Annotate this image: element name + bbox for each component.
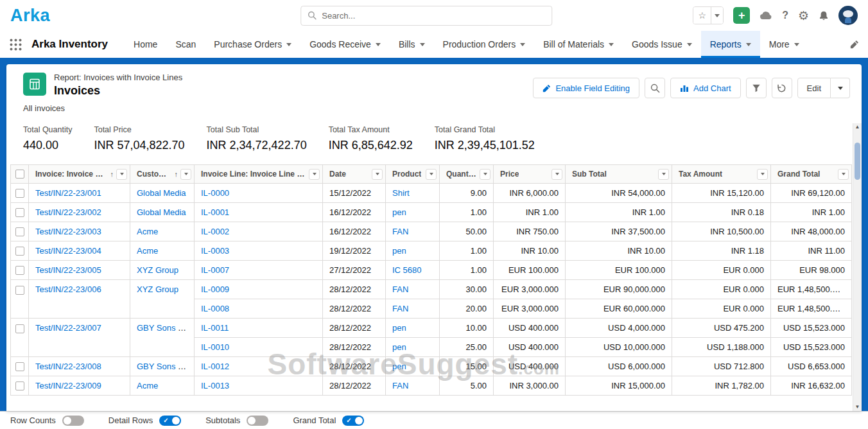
- global-search-box[interactable]: [300, 6, 552, 26]
- line-link[interactable]: IL-0008: [201, 304, 229, 313]
- app-launcher-icon[interactable]: [9, 31, 22, 58]
- invoice-link[interactable]: Test/IN/22-23/003: [35, 227, 101, 236]
- customer-link[interactable]: Acme: [137, 227, 158, 236]
- tab-bill-of-materials[interactable]: Bill of Materials: [534, 31, 623, 58]
- cell-line: IL-0001: [195, 203, 323, 222]
- edit-navigation-pencil-icon[interactable]: [850, 31, 859, 58]
- column-menu-button[interactable]: [838, 169, 849, 180]
- edit-button[interactable]: Edit: [797, 78, 831, 98]
- column-menu-button[interactable]: [180, 169, 191, 180]
- column-menu-button[interactable]: [309, 169, 320, 180]
- column-menu-button[interactable]: [658, 169, 669, 180]
- toggle-switch-subtotals[interactable]: ✓: [247, 416, 268, 426]
- column-menu-button[interactable]: [480, 169, 490, 180]
- product-link[interactable]: FAN: [392, 285, 408, 294]
- scroll-down-arrow-icon[interactable]: ▼: [853, 404, 862, 410]
- row-checkbox[interactable]: [15, 227, 24, 236]
- row-checkbox[interactable]: [15, 247, 24, 256]
- column-menu-button[interactable]: [551, 169, 562, 180]
- line-link[interactable]: IL-0012: [201, 362, 229, 371]
- line-link[interactable]: IL-0003: [201, 246, 229, 256]
- toggle-switch-grand-total[interactable]: ✓: [342, 416, 364, 426]
- product-link[interactable]: pen: [392, 362, 406, 371]
- invoice-link[interactable]: Test/IN/22-23/002: [35, 207, 101, 217]
- toggle-switch-row-counts[interactable]: ✓: [62, 416, 84, 426]
- row-checkbox[interactable]: [15, 381, 24, 390]
- add-chart-button[interactable]: Add Chart: [670, 78, 741, 98]
- product-link[interactable]: pen: [392, 246, 406, 256]
- line-link[interactable]: IL-0011: [201, 323, 229, 333]
- cell-invoice: Test/IN/22-23/002: [29, 203, 130, 222]
- tab-goods-issue[interactable]: Goods Issue: [623, 31, 701, 58]
- vertical-scrollbar[interactable]: ▲ ▼: [853, 123, 862, 411]
- tab-reports[interactable]: Reports: [701, 31, 760, 58]
- favorites-star-icon[interactable]: ☆: [693, 7, 711, 24]
- column-menu-button[interactable]: [372, 169, 383, 180]
- product-link[interactable]: FAN: [392, 381, 408, 390]
- product-link[interactable]: pen: [392, 207, 406, 217]
- avatar[interactable]: [838, 6, 858, 25]
- toggle-switch-detail-rows[interactable]: ✓: [159, 416, 181, 426]
- product-link[interactable]: pen: [392, 323, 406, 333]
- setup-gear-icon[interactable]: ⚙: [798, 8, 809, 23]
- filter-button[interactable]: [746, 78, 767, 98]
- customer-link[interactable]: XYZ Group: [137, 265, 178, 275]
- customer-link[interactable]: Acme: [137, 246, 158, 256]
- line-link[interactable]: IL-0009: [201, 285, 229, 294]
- customer-link[interactable]: Global Media: [137, 207, 186, 217]
- customer-link[interactable]: Acme: [137, 381, 158, 390]
- invoice-link[interactable]: Test/IN/22-23/001: [35, 188, 101, 198]
- customer-link[interactable]: XYZ Group: [137, 285, 178, 294]
- row-checkbox[interactable]: [15, 286, 24, 295]
- notifications-bell-icon[interactable]: [819, 10, 829, 21]
- invoice-link[interactable]: Test/IN/22-23/006: [35, 285, 101, 294]
- help-icon[interactable]: ?: [782, 10, 788, 21]
- product-link[interactable]: Shirt: [392, 188, 410, 198]
- cloud-icon[interactable]: [759, 11, 772, 20]
- line-link[interactable]: IL-0002: [201, 227, 229, 236]
- row-checkbox[interactable]: [15, 266, 24, 275]
- tab-production-orders[interactable]: Production Orders: [434, 31, 535, 58]
- tab-goods-receive[interactable]: Goods Receive: [300, 31, 390, 58]
- row-checkbox[interactable]: [15, 324, 24, 333]
- cell-date: 16/12/2022: [323, 222, 386, 241]
- favorites-chevron-down-icon[interactable]: [711, 7, 723, 24]
- line-link[interactable]: IL-0010: [201, 342, 229, 352]
- report-search-button[interactable]: [645, 78, 665, 98]
- row-checkbox[interactable]: [15, 362, 24, 371]
- enable-field-editing-button[interactable]: Enable Field Editing: [533, 78, 639, 98]
- invoice-link[interactable]: Test/IN/22-23/007: [35, 323, 101, 333]
- refresh-button[interactable]: [772, 78, 792, 98]
- product-link[interactable]: IC 5680: [392, 265, 422, 275]
- column-menu-button[interactable]: [757, 169, 768, 180]
- customer-link[interactable]: GBY Sons and Co: [137, 362, 195, 371]
- customer-link[interactable]: GBY Sons and Co: [137, 323, 195, 333]
- edit-dropdown-button[interactable]: [831, 78, 850, 98]
- line-link[interactable]: IL-0007: [201, 265, 229, 275]
- scrollbar-thumb[interactable]: [855, 143, 860, 180]
- tab-home[interactable]: Home: [125, 31, 166, 58]
- row-checkbox[interactable]: [15, 208, 24, 217]
- invoice-link[interactable]: Test/IN/22-23/008: [35, 362, 101, 371]
- product-link[interactable]: FAN: [392, 304, 408, 313]
- quick-add-icon[interactable]: +: [733, 7, 750, 24]
- line-link[interactable]: IL-0001: [201, 207, 229, 217]
- product-link[interactable]: pen: [392, 342, 406, 352]
- tab-purchase-orders[interactable]: Purchase Orders: [205, 31, 300, 58]
- column-menu-button[interactable]: [426, 169, 437, 180]
- tab-bills[interactable]: Bills: [390, 31, 434, 58]
- tab-scan[interactable]: Scan: [166, 31, 205, 58]
- invoice-link[interactable]: Test/IN/22-23/005: [35, 265, 101, 275]
- product-link[interactable]: FAN: [392, 227, 408, 236]
- invoice-link[interactable]: Test/IN/22-23/004: [35, 246, 101, 256]
- invoice-link[interactable]: Test/IN/22-23/009: [35, 381, 101, 390]
- line-link[interactable]: IL-0000: [201, 188, 229, 198]
- column-menu-button[interactable]: [116, 169, 127, 180]
- global-search-input[interactable]: [322, 11, 545, 21]
- select-all-checkbox[interactable]: [15, 170, 24, 179]
- row-checkbox[interactable]: [15, 189, 24, 198]
- line-link[interactable]: IL-0013: [201, 381, 229, 390]
- tab-more[interactable]: More: [760, 31, 808, 58]
- customer-link[interactable]: Global Media: [137, 188, 186, 198]
- scroll-up-arrow-icon[interactable]: ▲: [853, 124, 862, 130]
